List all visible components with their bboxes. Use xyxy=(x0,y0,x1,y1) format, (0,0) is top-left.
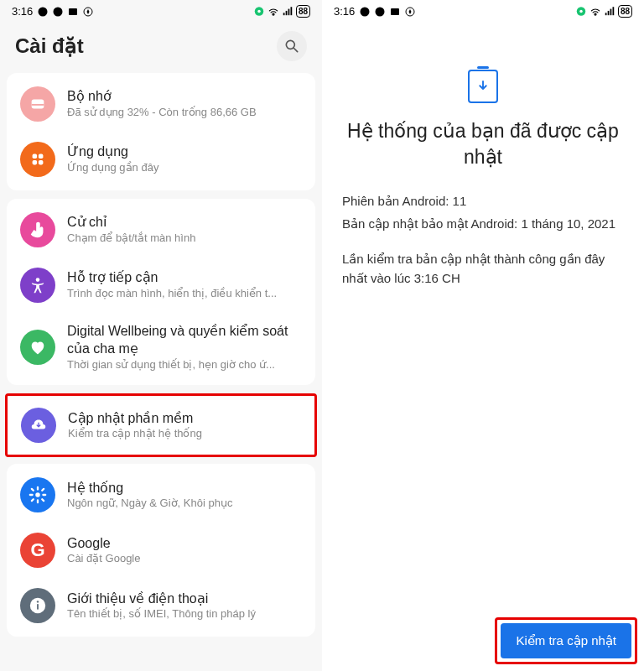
wellbeing-icon xyxy=(20,330,55,365)
item-title: Hỗ trợ tiếp cận xyxy=(67,269,302,287)
svg-point-19 xyxy=(35,493,40,498)
status-time: 3:16 xyxy=(334,5,355,18)
item-wellbeing[interactable]: Digital Wellbeing và quyền kiểm soát của… xyxy=(7,313,315,382)
item-subtitle: Thời gian sử dụng thiết bị, hẹn giờ cho … xyxy=(67,358,302,372)
svg-rect-16 xyxy=(33,160,38,165)
group-storage-apps: Bộ nhớ Đã sử dụng 32% - Còn trống 86,66 … xyxy=(7,73,315,190)
system-icon xyxy=(20,477,55,512)
svg-rect-2 xyxy=(69,8,77,15)
google-icon: G xyxy=(20,533,55,568)
about-icon xyxy=(20,588,55,623)
status-bar: 3:16 88 xyxy=(0,0,322,21)
highlighted-update-item: Cập nhật phần mềm Kiểm tra cập nhật hệ t… xyxy=(5,393,317,457)
highlighted-check-button: Kiểm tra cập nhật xyxy=(495,617,637,664)
svg-rect-25 xyxy=(391,8,399,15)
location-icon xyxy=(575,6,587,18)
compass-icon xyxy=(83,7,93,17)
search-button[interactable] xyxy=(277,31,307,61)
item-software-update[interactable]: Cập nhật phần mềm Kiểm tra cập nhật hệ t… xyxy=(8,396,314,455)
item-title: Giới thiệu về điện thoại xyxy=(67,590,302,608)
svg-rect-6 xyxy=(283,13,285,15)
item-title: Hệ thống xyxy=(67,480,302,497)
last-check-time: Lần kiểm tra bản cập nhật thành công gần… xyxy=(342,250,624,288)
svg-rect-15 xyxy=(39,154,43,159)
item-system[interactable]: Hệ thống Ngôn ngữ, Ngày & Giờ, Khôi phục xyxy=(7,467,315,523)
storage-icon xyxy=(20,86,55,122)
svg-rect-21 xyxy=(37,605,39,610)
item-title: Digital Wellbeing và quyền kiểm soát của… xyxy=(67,323,302,358)
svg-point-28 xyxy=(579,10,583,13)
svg-rect-7 xyxy=(286,11,288,15)
messenger-icon xyxy=(38,7,48,17)
item-google[interactable]: G Google Cài đặt Google xyxy=(7,523,315,578)
svg-rect-32 xyxy=(612,7,614,15)
status-time: 3:16 xyxy=(12,5,33,18)
item-about-phone[interactable]: Giới thiệu về điện thoại Tên thiết bị, s… xyxy=(7,578,315,633)
update-heading: Hệ thống của bạn đã được cập nhật xyxy=(322,118,644,170)
signal-icon xyxy=(604,6,615,18)
item-apps[interactable]: Ứng dụng Ứng dụng gần đây xyxy=(7,132,315,187)
signal-icon xyxy=(282,6,293,18)
search-icon xyxy=(283,38,300,55)
group-accessibility: Cử chỉ Chạm để bật/tắt màn hình Hỗ trợ t… xyxy=(7,199,315,385)
page-title: Cài đặt xyxy=(15,34,84,58)
item-subtitle: Cài đặt Google xyxy=(67,552,302,566)
messenger-icon xyxy=(360,7,370,17)
svg-rect-31 xyxy=(610,9,611,16)
item-title: Cập nhật phần mềm xyxy=(68,410,301,428)
item-subtitle: Ứng dụng gần đây xyxy=(67,161,302,175)
software-update-icon xyxy=(21,408,56,443)
item-subtitle: Ngôn ngữ, Ngày & Giờ, Khôi phục xyxy=(67,497,302,511)
item-subtitle: Kiểm tra cập nhật hệ thống xyxy=(68,427,301,441)
svg-rect-9 xyxy=(290,7,292,15)
chat-icon xyxy=(53,7,63,17)
svg-point-0 xyxy=(39,7,48,16)
item-accessibility[interactable]: Hỗ trợ tiếp cận Trình đọc màn hình, hiển… xyxy=(7,257,315,313)
header: Cài đặt xyxy=(0,21,322,73)
item-title: Ứng dụng xyxy=(67,143,302,161)
svg-rect-14 xyxy=(33,154,38,159)
svg-point-23 xyxy=(361,7,370,16)
svg-point-1 xyxy=(54,7,63,16)
wifi-icon xyxy=(589,6,601,18)
item-subtitle: Chạm để bật/tắt màn hình xyxy=(67,231,302,246)
settings-screen: 3:16 88 Cài đặt Bộ nhớ Đã sử dụng 32% - … xyxy=(0,0,322,671)
svg-rect-30 xyxy=(608,11,610,15)
item-gesture[interactable]: Cử chỉ Chạm để bật/tắt màn hình xyxy=(7,202,315,257)
battery-level: 88 xyxy=(618,5,632,18)
svg-line-11 xyxy=(294,49,298,52)
item-storage[interactable]: Bộ nhớ Đã sử dụng 32% - Còn trống 86,66 … xyxy=(7,76,315,132)
check-update-button[interactable]: Kiểm tra cập nhật xyxy=(501,623,631,658)
image-icon xyxy=(68,7,78,17)
wifi-icon xyxy=(267,6,279,18)
svg-point-24 xyxy=(376,7,385,16)
item-subtitle: Tên thiết bị, số IMEI, Thông tin pháp lý xyxy=(67,607,302,622)
svg-point-5 xyxy=(257,10,261,13)
svg-point-22 xyxy=(37,601,39,603)
item-subtitle: Đã sử dụng 32% - Còn trống 86,66 GB xyxy=(67,106,302,120)
image-icon xyxy=(390,7,400,17)
group-system: Hệ thống Ngôn ngữ, Ngày & Giờ, Khôi phục… xyxy=(7,464,315,637)
apps-icon xyxy=(20,142,55,177)
security-patch: Bản cập nhật bảo mật Android: 1 tháng 10… xyxy=(342,215,624,234)
svg-rect-17 xyxy=(39,160,43,165)
compass-icon xyxy=(405,7,415,17)
update-hero-icon xyxy=(322,70,644,103)
status-bar: 3:16 88 xyxy=(322,0,644,21)
android-version: Phiên bản Android: 11 xyxy=(342,192,624,211)
svg-rect-8 xyxy=(288,9,289,16)
chat-icon xyxy=(375,7,385,17)
battery-level: 88 xyxy=(296,5,310,18)
accessibility-icon xyxy=(20,268,55,303)
item-title: Bộ nhớ xyxy=(67,88,302,106)
gesture-icon xyxy=(20,212,55,247)
update-details: Phiên bản Android: 11 Bản cập nhật bảo m… xyxy=(322,170,644,313)
location-icon xyxy=(253,6,265,18)
svg-point-10 xyxy=(286,40,294,49)
item-subtitle: Trình đọc màn hình, hiển thị, điều khiển… xyxy=(67,287,302,301)
update-status-screen: 3:16 88 Hệ thống của bạn đã được cập nhậ… xyxy=(322,0,644,671)
svg-point-18 xyxy=(36,278,40,282)
item-title: Google xyxy=(67,535,302,553)
svg-rect-13 xyxy=(32,104,44,106)
item-title: Cử chỉ xyxy=(67,214,302,231)
